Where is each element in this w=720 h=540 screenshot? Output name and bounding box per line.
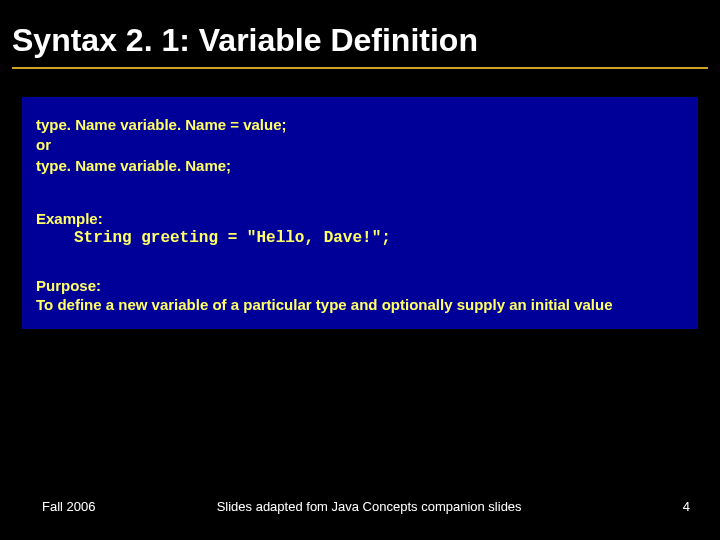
example-code: String greeting = "Hello, Dave!"; [36,229,684,247]
page-number: 4 [683,499,690,514]
example-section: Example: String greeting = "Hello, Dave!… [36,210,684,247]
slide: Syntax 2. 1: Variable Definition type. N… [0,0,720,540]
title-divider [12,67,708,69]
slide-title: Syntax 2. 1: Variable Definition [0,0,720,67]
footer-credit: Slides adapted fom Java Concepts compani… [95,499,682,514]
syntax-block: type. Name variable. Name = value; or ty… [36,115,684,176]
content-panel: type. Name variable. Name = value; or ty… [22,97,698,329]
footer-term: Fall 2006 [42,499,95,514]
footer: Fall 2006 Slides adapted fom Java Concep… [0,499,720,514]
purpose-label: Purpose: [36,277,684,294]
example-label: Example: [36,210,684,227]
purpose-section: Purpose: To define a new variable of a p… [36,277,684,313]
purpose-text: To define a new variable of a particular… [36,296,684,313]
